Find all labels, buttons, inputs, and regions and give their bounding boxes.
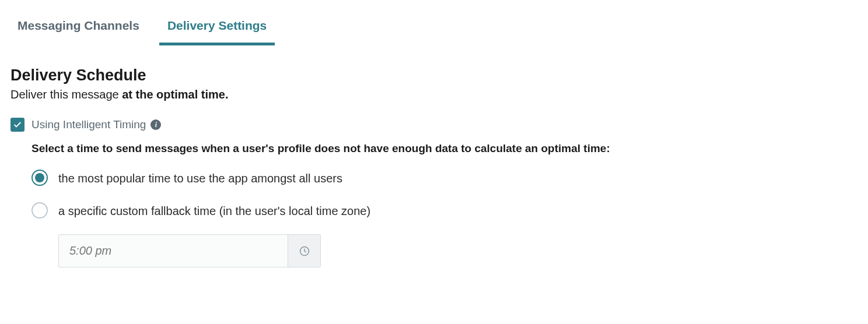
tab-messaging-channels[interactable]: Messaging Channels (18, 12, 139, 43)
tab-delivery-settings[interactable]: Delivery Settings (167, 12, 267, 43)
time-picker-button[interactable] (288, 235, 320, 267)
fallback-radio-group: the most popular time to use the app amo… (32, 169, 858, 220)
intelligent-timing-row: Using Intelligent Timing i (10, 118, 858, 132)
radio-row-custom: a specific custom fallback time (in the … (32, 202, 858, 220)
clock-icon (299, 245, 310, 257)
intelligent-timing-checkbox[interactable] (10, 118, 24, 132)
radio-popular-time[interactable] (32, 170, 48, 186)
fallback-time-input-wrapper (58, 234, 321, 267)
radio-row-popular: the most popular time to use the app amo… (32, 169, 858, 188)
section-subtitle: Deliver this message at the optimal time… (10, 88, 858, 101)
intelligent-timing-label: Using Intelligent Timing (32, 118, 146, 131)
info-icon[interactable]: i (150, 119, 161, 130)
radio-custom-label: a specific custom fallback time (in the … (58, 202, 370, 220)
radio-custom-time[interactable] (32, 202, 48, 219)
radio-popular-label: the most popular time to use the app amo… (58, 169, 342, 188)
fallback-prompt: Select a time to send messages when a us… (32, 142, 858, 155)
section-title: Delivery Schedule (10, 66, 858, 84)
section-sub-prefix: Deliver this message (10, 88, 122, 101)
section-sub-bold: at the optimal time. (122, 88, 228, 101)
tabs-container: Messaging Channels Delivery Settings (10, 12, 858, 43)
fallback-time-input[interactable] (59, 235, 288, 267)
check-icon (13, 120, 22, 129)
